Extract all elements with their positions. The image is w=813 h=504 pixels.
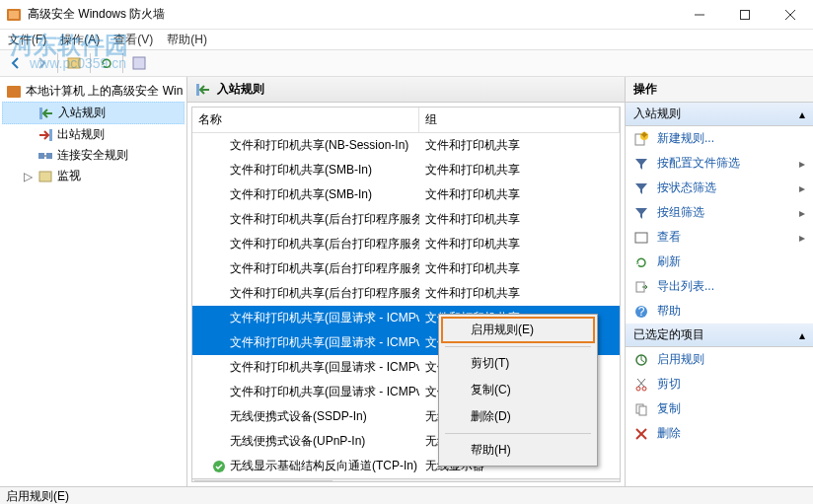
table-row[interactable]: 文件和打印机共享(后台打印程序服务 - R...文件和打印机共享 — [192, 232, 620, 256]
tool-button[interactable] — [127, 52, 151, 74]
svg-line-28 — [638, 379, 645, 387]
action-label: 新建规则... — [657, 130, 714, 147]
tree-item-1[interactable]: 出站规则 — [2, 124, 185, 145]
action-copy[interactable]: 复制 — [626, 396, 813, 421]
svg-rect-14 — [39, 172, 51, 181]
action-filter[interactable]: 按配置文件筛选▸ — [626, 151, 813, 176]
refresh-icon — [633, 254, 649, 270]
svg-rect-3 — [741, 10, 750, 19]
tree-icon — [38, 106, 54, 121]
action-filter[interactable]: 按组筛选▸ — [626, 200, 813, 225]
window-controls — [677, 0, 813, 30]
context-menu-item[interactable]: 剪切(T) — [441, 350, 595, 377]
app-icon — [6, 7, 22, 23]
rule-name: 文件和打印机共享(后台打印程序服务 - R... — [230, 285, 419, 302]
action-view[interactable]: 查看▸ — [626, 225, 813, 250]
action-label: 复制 — [657, 400, 681, 417]
refresh-button[interactable] — [95, 52, 118, 74]
rule-name: 文件和打印机共享(SMB-In) — [230, 162, 372, 179]
tree-icon — [37, 127, 53, 143]
rule-group: 文件和打印机共享 — [419, 135, 620, 156]
rule-group: 文件和打印机共享 — [419, 209, 620, 230]
menu-action[interactable]: 操作(A) — [60, 32, 100, 48]
rule-name: 文件和打印机共享(回显请求 - ICMPv4-In) — [230, 310, 419, 326]
window-title: 高级安全 Windows 防火墙 — [28, 6, 677, 23]
action-label: 启用规则 — [657, 351, 704, 368]
menu-help[interactable]: 帮助(H) — [167, 32, 207, 48]
title-bar: 高级安全 Windows 防火墙 — [0, 0, 813, 30]
svg-line-29 — [637, 379, 644, 387]
table-row[interactable]: 文件和打印机共享(SMB-In)文件和打印机共享 — [192, 182, 620, 207]
context-menu-item[interactable]: 帮助(H) — [441, 437, 595, 464]
tree-root[interactable]: 本地计算机 上的高级安全 Win — [2, 81, 185, 102]
rule-name: 文件和打印机共享(后台打印程序服务 - R... — [230, 260, 419, 277]
tool-up-button[interactable] — [62, 52, 86, 74]
svg-rect-1 — [9, 11, 19, 19]
actions-panel: 操作 入站规则 ▴ ✦新建规则...按配置文件筛选▸按状态筛选▸按组筛选▸查看▸… — [626, 77, 813, 486]
context-menu-item[interactable]: 删除(D) — [441, 403, 595, 430]
copy-icon — [633, 401, 649, 417]
action-delete[interactable]: 删除 — [626, 421, 813, 446]
tree-label: 出站规则 — [57, 126, 105, 143]
table-row[interactable]: 文件和打印机共享(后台打印程序服务 - R...文件和打印机共享 — [192, 256, 620, 281]
filter-icon — [633, 180, 649, 196]
forward-button[interactable] — [30, 52, 53, 74]
rule-name: 文件和打印机共享(回显请求 - ICMPv4-In) — [230, 334, 419, 351]
inbound-icon — [195, 82, 211, 98]
action-filter[interactable]: 按状态筛选▸ — [626, 176, 813, 200]
svg-rect-31 — [639, 406, 646, 415]
tree-item-3[interactable]: ▷监视 — [2, 166, 185, 186]
back-button[interactable] — [4, 52, 28, 74]
panel-header: 入站规则 — [187, 77, 625, 103]
actions-title: 操作 — [626, 77, 813, 103]
table-row[interactable]: 文件和打印机共享(NB-Session-In)文件和打印机共享 — [192, 133, 620, 158]
collapse-icon[interactable]: ▴ — [799, 328, 805, 342]
action-refresh[interactable]: 刷新 — [626, 250, 813, 274]
rule-name: 无线便携式设备(UPnP-In) — [230, 433, 365, 450]
action-label: 按配置文件筛选 — [657, 155, 740, 172]
rule-name: 文件和打印机共享(SMB-In) — [230, 186, 372, 203]
maximize-button[interactable] — [722, 0, 768, 30]
actions-section2[interactable]: 已选定的项目 ▴ — [626, 324, 813, 347]
col-name[interactable]: 名称 — [192, 108, 419, 132]
svg-text:✦: ✦ — [639, 131, 649, 142]
action-export[interactable]: 导出列表... — [626, 274, 813, 299]
action-label: 刷新 — [657, 253, 681, 270]
menu-view[interactable]: 查看(V) — [113, 32, 153, 48]
list-header: 名称 组 — [192, 108, 620, 133]
action-enable[interactable]: 启用规则 — [626, 347, 813, 372]
svg-point-27 — [642, 387, 646, 391]
minimize-button[interactable] — [677, 0, 722, 30]
filter-icon — [633, 205, 649, 221]
action-help[interactable]: ?帮助 — [626, 299, 813, 324]
horizontal-scrollbar[interactable] — [192, 478, 620, 482]
scrollbar-thumb[interactable] — [194, 480, 333, 483]
tree-item-0[interactable]: 入站规则 — [2, 102, 185, 124]
tree-label: 监视 — [57, 168, 81, 184]
collapse-icon[interactable]: ▴ — [799, 108, 805, 121]
table-row[interactable]: 文件和打印机共享(SMB-In)文件和打印机共享 — [192, 158, 620, 182]
export-icon — [633, 279, 649, 295]
svg-text:?: ? — [638, 305, 645, 319]
action-new-rule[interactable]: ✦新建规则... — [626, 126, 813, 151]
tree-icon — [37, 148, 53, 164]
col-group[interactable]: 组 — [419, 108, 620, 132]
tree-item-2[interactable]: 连接安全规则 — [2, 145, 185, 166]
table-row[interactable]: 文件和打印机共享(后台打印程序服务 - R...文件和打印机共享 — [192, 207, 620, 232]
svg-rect-11 — [38, 153, 44, 159]
action-cut[interactable]: 剪切 — [626, 372, 813, 396]
context-menu-item[interactable]: 启用规则(E) — [441, 317, 595, 343]
menu-file[interactable]: 文件(F) — [8, 32, 46, 48]
actions-section1[interactable]: 入站规则 ▴ — [626, 103, 813, 126]
action-label: 剪切 — [657, 376, 681, 393]
tree-label: 连接安全规则 — [57, 147, 128, 164]
action-label: 导出列表... — [657, 278, 714, 295]
tree-root-label: 本地计算机 上的高级安全 Win — [26, 83, 183, 100]
svg-rect-15 — [196, 84, 199, 96]
close-button[interactable] — [768, 0, 813, 30]
rule-name: 文件和打印机共享(NB-Session-In) — [230, 137, 408, 154]
svg-rect-21 — [635, 233, 647, 243]
table-row[interactable]: 文件和打印机共享(后台打印程序服务 - R...文件和打印机共享 — [192, 281, 620, 306]
context-menu-item[interactable]: 复制(C) — [441, 377, 595, 403]
panel-title: 入站规则 — [217, 81, 264, 98]
